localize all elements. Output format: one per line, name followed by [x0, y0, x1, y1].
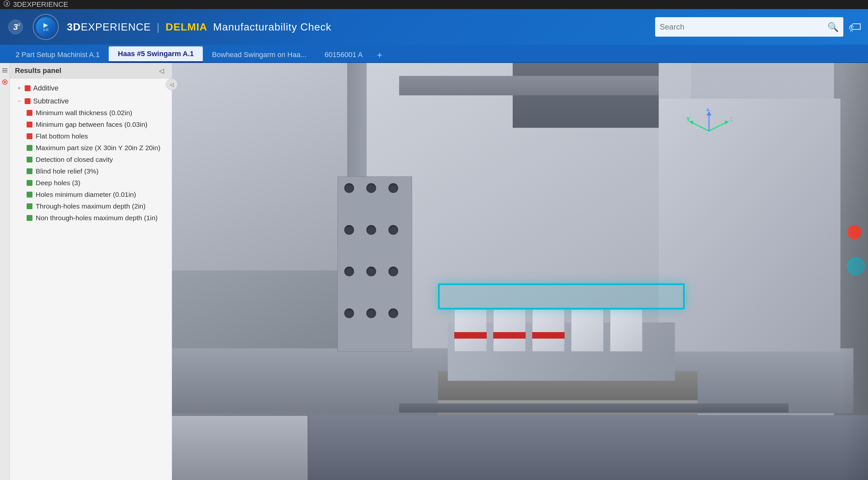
panel-title: Results panel	[15, 66, 61, 75]
tab-haas-swingarm[interactable]: Haas #5 Swingarm A.1	[109, 46, 203, 62]
app-title: 3DEXPERIENCE | DELMIA Manufacturability …	[67, 21, 331, 33]
svg-text:Y: Y	[686, 116, 690, 123]
item-non-through-holes[interactable]: Non through-holes maximum depth (1in)	[15, 212, 166, 224]
hole-9	[389, 266, 398, 276]
machine-right-large-block	[659, 99, 840, 352]
svg-text:3: 3	[5, 1, 8, 6]
tabs-bar: 2 Part Setup Machinist A.1 Haas #5 Swing…	[0, 45, 868, 63]
fixture-red-1	[454, 332, 487, 339]
item-min-gap-label: Minimum gap between faces (0.03in)	[36, 121, 147, 128]
ds-logo[interactable]: 3 S	[6, 18, 25, 36]
titlebar-logo: 3	[3, 0, 10, 9]
svg-point-9	[4, 81, 6, 83]
tab-60156001[interactable]: 60156001 A	[315, 47, 372, 62]
fixture-red-3	[532, 332, 565, 339]
hole-3	[389, 183, 398, 193]
compass-logo[interactable]: ▶ V.R	[31, 12, 60, 41]
item-holes-min-dia-status	[27, 192, 32, 197]
hole-1	[344, 183, 354, 193]
svg-text:X: X	[731, 116, 732, 123]
additive-status-dot	[25, 85, 31, 91]
search-button[interactable]: 🔍	[828, 22, 839, 32]
side-icons-strip	[0, 63, 10, 480]
panel-collapse-button[interactable]: ◁	[156, 65, 166, 76]
item-max-size-status	[27, 145, 32, 151]
tag-icon[interactable]: 🏷	[848, 20, 862, 34]
item-min-gap-status	[27, 122, 32, 127]
compass-vr-label: V.R	[43, 28, 48, 32]
tab-bowhead[interactable]: Bowhead Swingarm on Haa...	[203, 47, 315, 62]
hole-8	[366, 266, 376, 276]
side-icon-layers[interactable]	[1, 66, 9, 74]
item-flat-bottom-label: Flat bottom holes	[36, 132, 88, 140]
panel-toggle[interactable]: ◁	[166, 78, 178, 90]
search-box[interactable]: 🔍	[655, 17, 843, 37]
subtractive-expand-icon[interactable]: −	[16, 98, 22, 104]
results-panel: Results panel ◁ ◁ + Additive − Subtracti…	[0, 63, 172, 480]
item-closed-cavity-label: Detection of closed cavity	[36, 156, 113, 163]
hole-4	[344, 225, 354, 235]
tab-add-button[interactable]: +	[372, 48, 388, 62]
item-blind-hole-label: Blind hole relief (3%)	[36, 167, 99, 175]
item-blind-hole-status	[27, 168, 32, 174]
fixture-block-5	[610, 310, 643, 352]
item-flat-bottom-status	[27, 133, 32, 139]
additive-expand-icon[interactable]: +	[16, 85, 22, 91]
subtractive-label: Subtractive	[33, 97, 69, 105]
svg-text:3: 3	[13, 22, 18, 32]
item-through-holes[interactable]: Through-holes maximum depth (2in)	[15, 200, 166, 212]
compass-play-icon: ▶	[43, 22, 48, 28]
axis-indicator: X Y Z	[686, 108, 732, 149]
tree-content: + Additive − Subtractive Minimum wall th…	[10, 78, 172, 480]
hole-7	[344, 266, 354, 276]
section-additive-header[interactable]: + Additive	[15, 83, 166, 94]
search-area: 🔍 🏷	[655, 17, 862, 37]
side-icon-target[interactable]	[1, 78, 9, 86]
item-min-gap[interactable]: Minimum gap between faces (0.03in)	[15, 119, 166, 130]
tab-part-setup[interactable]: 2 Part Setup Machinist A.1	[6, 47, 109, 62]
item-deep-holes-status	[27, 180, 32, 186]
svg-text:S: S	[18, 23, 21, 27]
hole-grid-panel	[338, 177, 412, 352]
item-min-wall-label: Minimum wall thickness (0.02in)	[36, 109, 132, 117]
fixture-block-4	[571, 310, 603, 352]
item-closed-cavity[interactable]: Detection of closed cavity	[15, 154, 166, 165]
item-through-holes-label: Through-holes maximum depth (2in)	[36, 202, 145, 210]
item-min-wall[interactable]: Minimum wall thickness (0.02in)	[15, 107, 166, 119]
fixture-red-2	[493, 332, 526, 339]
item-deep-holes[interactable]: Deep holes (3)	[15, 177, 166, 189]
svg-text:Z: Z	[706, 108, 710, 112]
selection-highlight	[438, 284, 685, 310]
svg-rect-5	[2, 68, 7, 69]
panel-header: Results panel ◁	[10, 63, 172, 78]
hole-5	[366, 225, 376, 235]
app-header: 3 S ▶ V.R 3DEXPERIENCE | DELMIA Manufact…	[0, 9, 868, 45]
hole-11	[366, 309, 376, 318]
rail-1	[399, 404, 788, 413]
main-content: Results panel ◁ ◁ + Additive − Subtracti…	[0, 63, 868, 480]
item-max-part-size[interactable]: Maximum part size (X 30in Y 20in Z 20in)	[15, 142, 166, 154]
item-holes-min-dia[interactable]: Holes minimum diameter (0.01in)	[15, 189, 166, 200]
item-blind-hole[interactable]: Blind hole relief (3%)	[15, 165, 166, 177]
item-deep-holes-label: Deep holes (3)	[36, 179, 81, 187]
hole-12	[389, 309, 398, 318]
fixture-block-1	[454, 310, 487, 352]
fixture-block-3	[532, 310, 565, 352]
item-non-through-holes-label: Non through-holes maximum depth (1in)	[36, 214, 158, 222]
machine-upper-left	[172, 63, 347, 270]
item-flat-bottom[interactable]: Flat bottom holes	[15, 130, 166, 142]
search-input[interactable]	[660, 22, 828, 31]
3d-viewport[interactable]: X Y Z	[172, 63, 868, 480]
section-additive: + Additive	[15, 83, 166, 94]
item-holes-min-dia-label: Holes minimum diameter (0.01in)	[36, 191, 136, 198]
svg-rect-6	[2, 70, 7, 71]
hole-6	[389, 225, 398, 235]
item-max-size-label: Maximum part size (X 30in Y 20in Z 20in)	[36, 144, 160, 152]
hole-2	[366, 183, 376, 193]
upper-beam	[399, 76, 659, 95]
item-through-holes-status	[27, 203, 32, 209]
section-subtractive: − Subtractive Minimum wall thickness (0.…	[15, 95, 166, 224]
thumbnail-area	[172, 415, 308, 480]
item-closed-cavity-status	[27, 157, 32, 162]
section-subtractive-header[interactable]: − Subtractive	[15, 95, 166, 107]
